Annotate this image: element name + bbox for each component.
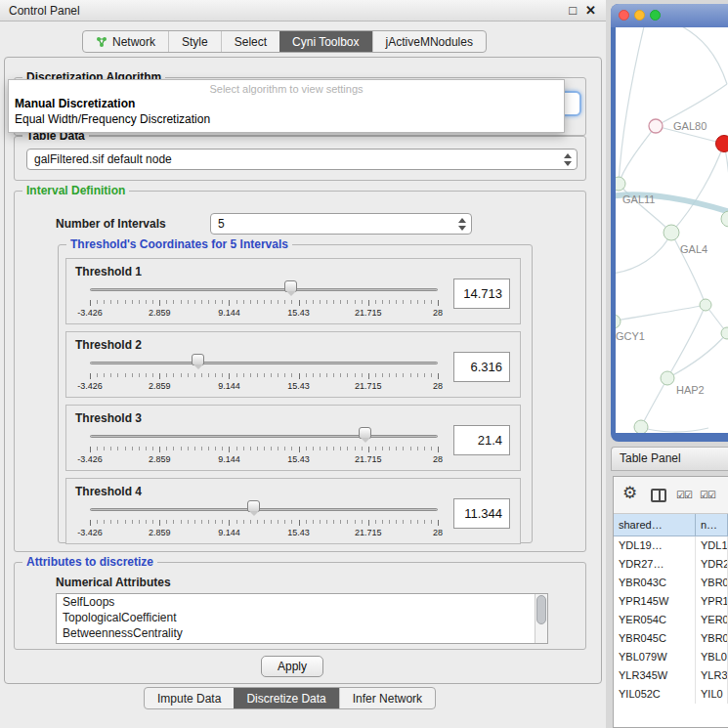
threshold-3-slider[interactable] (90, 423, 438, 445)
float-window-icon[interactable]: □ (569, 3, 577, 18)
node[interactable] (700, 299, 711, 311)
gear-icon[interactable]: ⚙ (622, 483, 637, 503)
bottom-tabstrip: Impute Data Discretize Data Infer Networ… (144, 687, 436, 709)
network-canvas[interactable]: GAL80 GAL11 GAL4 GCY1 HAP2 (616, 27, 728, 433)
cell[interactable]: YBR043C (614, 574, 696, 592)
cell[interactable]: YLR345W (614, 666, 696, 685)
tab-impute-data[interactable]: Impute Data (145, 688, 234, 708)
dropdown-option-equal-width[interactable]: Equal Width/Frequency Discretization (15, 112, 558, 127)
threshold-2-slider[interactable] (90, 350, 438, 371)
table-panel-title: Table Panel (620, 451, 681, 465)
table-row[interactable]: YDL19…YDL1 (614, 536, 728, 555)
cell[interactable]: YLR3 (696, 666, 728, 685)
list-scrollbar[interactable] (535, 594, 547, 643)
number-of-intervals-combobox[interactable]: 5 (210, 213, 472, 235)
thresholds-group-title: Threshold's Coordinates for 5 Intervals (66, 237, 292, 251)
table-row[interactable]: YDR27…YDR2 (614, 555, 728, 574)
table-row[interactable]: YPR145WYPR1 (614, 592, 728, 611)
node-selected-red[interactable] (716, 136, 728, 152)
apply-button[interactable]: Apply (261, 656, 323, 677)
cell[interactable]: YDR2 (696, 555, 728, 574)
cell[interactable]: YBR045C (614, 629, 696, 648)
numerical-attributes-list[interactable]: SelfLoops TopologicalCoefficient Between… (56, 593, 548, 644)
table-row[interactable]: YER054CYER0 (614, 611, 728, 629)
node-gal11[interactable] (616, 177, 625, 191)
node[interactable] (721, 327, 728, 339)
table-panel-header[interactable]: Table Panel (611, 447, 728, 471)
column-header-shared-name[interactable]: shared… (614, 514, 696, 536)
cell[interactable]: YDR27… (614, 555, 696, 574)
slider-track[interactable] (90, 362, 438, 364)
stepper-icon (562, 152, 574, 167)
table-row[interactable]: YBR043CYBR0 (614, 574, 728, 592)
cell[interactable]: YER0 (696, 611, 728, 629)
slider-track[interactable] (90, 288, 438, 291)
list-item[interactable]: SelfLoops (57, 594, 547, 610)
scrollbar-thumb[interactable] (536, 595, 546, 624)
tick-label: 2.859 (149, 528, 171, 537)
tab-label: Select (235, 35, 267, 49)
cell[interactable]: YPR145W (614, 592, 696, 611)
node[interactable] (634, 420, 648, 433)
table-toolbar: ⚙ ☑☑ ☑☑ (614, 477, 728, 514)
zoom-traffic-light-icon[interactable] (650, 10, 661, 21)
select-rows-icon[interactable]: ☑☑ (700, 490, 715, 500)
tab-jactivemodules[interactable]: jActiveMNodules (372, 31, 486, 52)
column-header-name[interactable]: n… (696, 514, 728, 536)
node-gal80[interactable] (649, 119, 663, 133)
threshold-2-value-field[interactable]: 6.316 (453, 352, 510, 382)
table-panel: ⚙ ☑☑ ☑☑ shared… n… YDL19…YDL1 YDR27…YDR2… (613, 476, 728, 728)
tab-network[interactable]: Network (83, 31, 168, 52)
interval-definition-title: Interval Definition (22, 184, 129, 197)
threshold-1-slider[interactable] (90, 277, 438, 298)
node-gal4[interactable] (664, 225, 679, 240)
tab-cyni-toolbox[interactable]: Cyni Toolbox (279, 31, 371, 52)
slider-thumb[interactable] (192, 354, 204, 365)
table-row[interactable]: YBL079WYBL0 (614, 648, 728, 666)
cell[interactable]: YIL0 (696, 685, 728, 704)
node-gcy1[interactable] (616, 315, 621, 328)
table-data-combobox[interactable]: galFiltered.sif default node (26, 149, 578, 170)
tab-infer-network[interactable]: Infer Network (339, 688, 435, 708)
cell[interactable]: YPR1 (696, 592, 728, 611)
tab-style[interactable]: Style (168, 31, 221, 52)
network-window-titlebar[interactable] (611, 4, 728, 27)
threshold-4-value-field[interactable]: 11.344 (453, 498, 510, 529)
threshold-3-value-field[interactable]: 21.4 (453, 425, 510, 455)
close-icon[interactable]: ✕ (585, 3, 596, 18)
node-hap2[interactable] (661, 371, 674, 385)
slider-track[interactable] (90, 435, 438, 438)
cell[interactable]: YDL19… (614, 536, 696, 555)
dropdown-option-manual-discretization[interactable]: Manual Discretization (15, 97, 558, 111)
tab-discretize-data[interactable]: Discretize Data (234, 688, 338, 708)
cell[interactable]: YBR0 (696, 629, 728, 648)
cell[interactable]: YIL052C (614, 685, 696, 704)
list-item[interactable]: BetweennessCentrality (57, 625, 547, 641)
cell[interactable]: YBL079W (614, 648, 696, 666)
slider-thumb[interactable] (284, 280, 297, 292)
stepper-icon (456, 217, 468, 232)
table-row[interactable]: YLR345WYLR3 (614, 666, 728, 685)
slider-track[interactable] (90, 508, 438, 511)
threshold-1-value-field[interactable]: 14.713 (453, 278, 510, 309)
network-view-window: GAL80 GAL11 GAL4 GCY1 HAP2 (611, 4, 728, 442)
table-row[interactable]: YIL052CYIL0 (614, 685, 728, 704)
cell[interactable]: YDL1 (696, 536, 728, 555)
list-item[interactable]: TopologicalCoefficient (57, 610, 547, 625)
node[interactable] (721, 211, 728, 227)
slider-thumb[interactable] (359, 427, 371, 439)
columns-icon[interactable] (651, 489, 666, 502)
tick-label: 2.859 (149, 308, 171, 318)
table-row[interactable]: YBR045CYBR0 (614, 629, 728, 648)
tick-label: -3.426 (77, 381, 103, 391)
cell[interactable]: YBR0 (696, 574, 728, 592)
tab-select[interactable]: Select (221, 31, 279, 52)
close-traffic-light-icon[interactable] (619, 10, 629, 21)
cell[interactable]: YBL0 (696, 648, 728, 666)
threshold-4-slider[interactable] (90, 496, 438, 518)
minimize-traffic-light-icon[interactable] (634, 10, 645, 21)
slider-thumb[interactable] (247, 500, 260, 512)
select-columns-icon[interactable]: ☑☑ (676, 490, 692, 500)
cell[interactable]: YER054C (614, 611, 696, 629)
threshold-1-panel: Threshold 1 -3.426 2.859 9.144 15.43 21.… (65, 258, 521, 324)
